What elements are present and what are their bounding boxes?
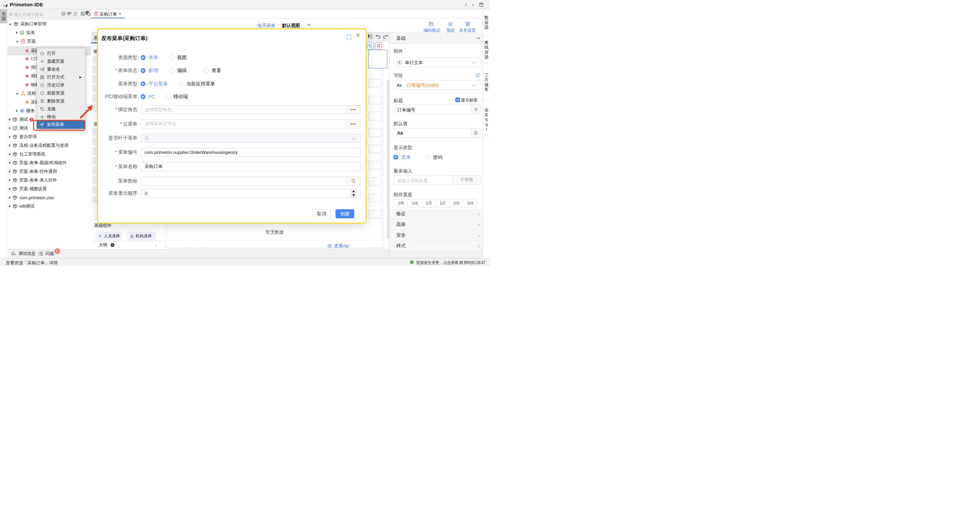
svg-text:A: A xyxy=(398,61,400,64)
svg-text:AI: AI xyxy=(62,13,64,15)
svg-text:文: 文 xyxy=(88,13,90,15)
